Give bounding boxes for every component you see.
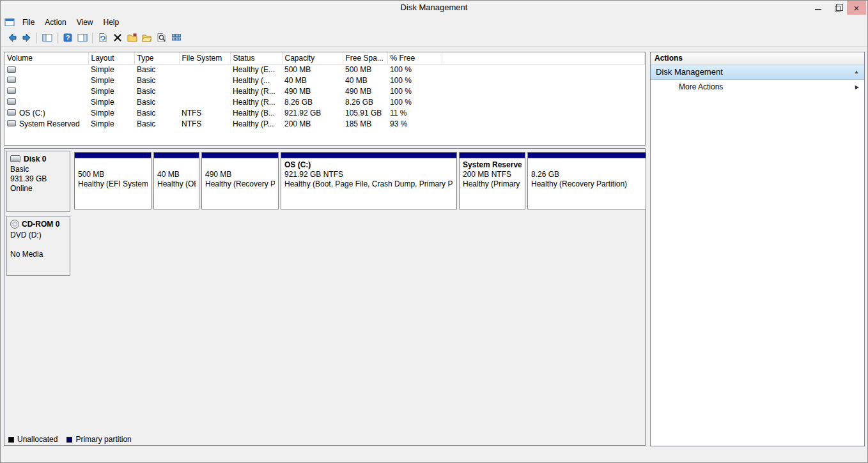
- volume-list-pane: Volume Layout Type File System Status Ca…: [4, 52, 646, 146]
- disk0-partitions: 500 MB Healthy (EFI System Partition) 40…: [74, 152, 646, 209]
- help-icon[interactable]: ?: [60, 31, 75, 45]
- volume-row[interactable]: Simple Basic Healthy (R... 490 MB 490 MB…: [4, 86, 645, 96]
- window-controls: ×: [809, 1, 866, 15]
- col-type[interactable]: Type: [134, 52, 179, 64]
- more-actions-item[interactable]: More Actions ▶: [651, 80, 864, 94]
- legend-item-primary-partition: Primary partition: [66, 435, 131, 444]
- legend-label: Unallocated: [17, 435, 58, 444]
- actions-pane-title: Actions: [651, 52, 864, 65]
- disk0-info[interactable]: Disk 0 Basic 931.39 GB Online: [6, 151, 70, 212]
- actions-group-disk-management[interactable]: Disk Management ▲: [651, 65, 864, 80]
- unallocated-swatch: [8, 437, 14, 443]
- show-console-tree-icon[interactable]: [40, 31, 54, 45]
- partition-title: [531, 160, 642, 170]
- partition-title: [157, 160, 196, 170]
- primary-partition-bar: [460, 153, 525, 158]
- partition-title: [205, 160, 275, 170]
- partition-oem[interactable]: 40 MB Healthy (OEM Partition): [153, 152, 199, 209]
- toolbar-separator: [36, 33, 37, 43]
- toolbar-separator: [57, 33, 58, 43]
- volume-icon: [7, 120, 16, 126]
- col-filler: [442, 52, 645, 64]
- disk-management-window: Disk Management × File Action View Help …: [0, 0, 868, 463]
- cdrom0-info[interactable]: CD-ROM 0 DVD (D:) No Media: [6, 216, 70, 276]
- legend: Unallocated Primary partition: [4, 434, 645, 445]
- partition-status: Healthy (Boot, Page File, Crash Dump, Pr…: [284, 179, 453, 189]
- primary-partition-bar: [281, 153, 456, 158]
- main-area: Volume Layout Type File System Status Ca…: [1, 47, 867, 462]
- menu-action[interactable]: Action: [40, 16, 71, 29]
- partition-title: System Reserved: [463, 160, 522, 170]
- minimize-icon: [815, 9, 821, 10]
- svg-text:?: ?: [65, 34, 70, 42]
- col-layout[interactable]: Layout: [88, 52, 134, 64]
- volume-row[interactable]: System Reserved Simple Basic NTFS Health…: [4, 118, 645, 129]
- partition-size: 490 MB: [205, 170, 275, 179]
- partition-os-c[interactable]: OS (C:) 921.92 GB NTFS Healthy (Boot, Pa…: [281, 152, 457, 209]
- open-folder-icon[interactable]: [139, 31, 154, 45]
- actions-pane: Actions Disk Management ▲ More Actions ▶: [650, 52, 865, 446]
- partition-size: 8.26 GB: [531, 170, 642, 179]
- menu-bar: File Action View Help: [1, 15, 867, 29]
- close-icon: ×: [854, 3, 860, 13]
- disk-size: 931.39 GB: [10, 174, 66, 184]
- actions-group-label: Disk Management: [656, 67, 854, 77]
- partition-title: [78, 160, 148, 170]
- restore-button[interactable]: [828, 1, 847, 15]
- graphical-view-pane: Disk 0 Basic 931.39 GB Online 500 MB Hea…: [4, 148, 646, 446]
- show-action-pane-icon[interactable]: [75, 31, 89, 45]
- legend-item-unallocated: Unallocated: [8, 435, 58, 444]
- col-volume[interactable]: Volume: [4, 52, 88, 64]
- disk0-row: Disk 0 Basic 931.39 GB Online 500 MB Hea…: [6, 151, 644, 212]
- volume-icon: [7, 66, 16, 73]
- view-list-icon[interactable]: [169, 31, 183, 45]
- collapse-chevron-icon[interactable]: ▲: [854, 69, 859, 75]
- volume-name: System Reserved: [19, 119, 80, 128]
- partition-status: Healthy (EFI System Partition): [78, 179, 148, 189]
- primary-partition-swatch: [66, 437, 72, 443]
- volume-row[interactable]: Simple Basic Healthy (E... 500 MB 500 MB…: [4, 64, 645, 75]
- partition-status: Healthy (Primary Partition): [463, 179, 522, 189]
- col-free-space[interactable]: Free Spa...: [343, 52, 387, 64]
- primary-partition-bar: [202, 153, 278, 158]
- console-window-icon: [4, 17, 15, 27]
- volume-icon: [7, 109, 16, 116]
- close-button[interactable]: ×: [847, 1, 866, 15]
- partition-recovery-1[interactable]: 490 MB Healthy (Recovery Partition): [201, 152, 279, 209]
- drive-letter-icon[interactable]: [125, 31, 139, 45]
- partition-size: 200 MB NTFS: [463, 170, 522, 179]
- volume-icon: [7, 98, 16, 105]
- partition-system-reserved[interactable]: System Reserved 200 MB NTFS Healthy (Pri…: [459, 152, 525, 209]
- volume-row[interactable]: Simple Basic Healthy (R... 8.26 GB 8.26 …: [4, 96, 645, 107]
- toolbar: ?: [1, 29, 867, 47]
- refresh-icon[interactable]: [95, 31, 110, 45]
- volume-row[interactable]: Simple Basic Healthy (... 40 MB 40 MB 10…: [4, 75, 645, 86]
- primary-partition-bar: [154, 153, 199, 158]
- partition-recovery-2[interactable]: 8.26 GB Healthy (Recovery Partition): [527, 152, 646, 209]
- partition-size: 921.92 GB NTFS: [284, 170, 453, 179]
- back-icon[interactable]: [4, 31, 19, 45]
- col-pct-free[interactable]: % Free: [387, 52, 442, 64]
- delete-icon[interactable]: [110, 31, 125, 45]
- restore-icon: [835, 6, 841, 11]
- menu-help[interactable]: Help: [98, 16, 125, 29]
- volume-row[interactable]: OS (C:) Simple Basic NTFS Healthy (B... …: [4, 107, 645, 118]
- partition-efi[interactable]: 500 MB Healthy (EFI System Partition): [74, 152, 151, 209]
- col-status[interactable]: Status: [230, 52, 282, 64]
- submenu-arrow-icon: ▶: [855, 84, 859, 90]
- volume-icon: [7, 77, 16, 83]
- window-title: Disk Management: [1, 1, 867, 15]
- col-file-system[interactable]: File System: [179, 52, 230, 64]
- menu-view[interactable]: View: [72, 16, 98, 29]
- partition-status: Healthy (Recovery Partition): [531, 179, 642, 189]
- more-actions-label: More Actions: [679, 82, 855, 91]
- forward-icon[interactable]: [19, 31, 34, 45]
- menu-file[interactable]: File: [17, 16, 40, 29]
- cdrom-spacer: [10, 240, 66, 250]
- minimize-button[interactable]: [809, 1, 828, 15]
- volume-icon: [7, 87, 16, 94]
- explore-icon[interactable]: [154, 31, 169, 45]
- volume-table-header: Volume Layout Type File System Status Ca…: [4, 52, 645, 64]
- partition-title: OS (C:): [284, 160, 453, 170]
- col-capacity[interactable]: Capacity: [282, 52, 343, 64]
